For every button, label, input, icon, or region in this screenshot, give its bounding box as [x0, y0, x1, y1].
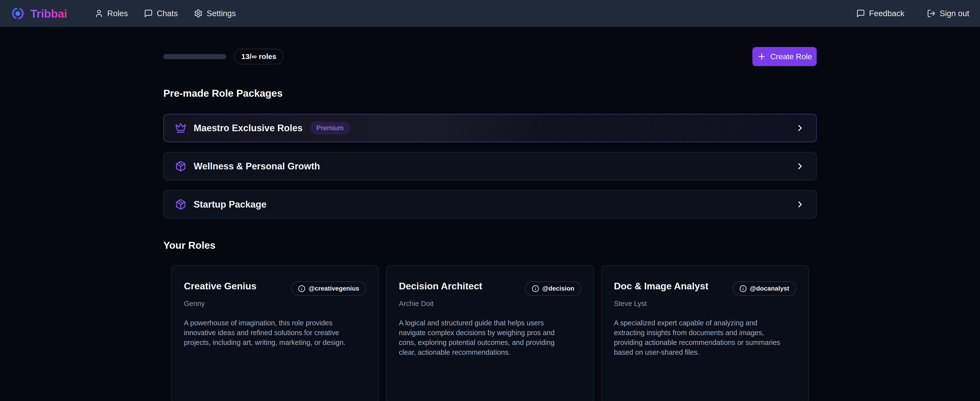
create-role-label: Create Role — [770, 52, 812, 61]
brand-name: Tribbai — [30, 7, 67, 20]
role-title: Doc & Image Analyst — [614, 281, 709, 292]
tribbai-logo-icon — [11, 6, 25, 21]
info-icon — [740, 285, 747, 292]
role-handle-badge[interactable]: @decision — [525, 281, 581, 296]
role-card-header: Doc & Image Analyst @docanalyst — [614, 281, 796, 296]
nav-label-chats: Chats — [157, 9, 178, 18]
logout-icon — [927, 9, 936, 18]
feedback-bubble-icon — [856, 9, 865, 18]
package-title: Startup Package — [194, 199, 267, 210]
package-card-startup[interactable]: Startup Package — [163, 190, 817, 219]
role-subtitle: Steve Lyst — [614, 300, 796, 308]
chevron-right-icon[interactable] — [795, 200, 805, 209]
role-subtitle: Genny — [184, 300, 366, 308]
nav-label-settings: Settings — [207, 9, 236, 18]
roles-grid: Creative Genius @creativegenius Genny A … — [163, 265, 817, 401]
role-title: Creative Genius — [184, 281, 256, 292]
role-handle-badge[interactable]: @creativegenius — [291, 281, 366, 296]
package-card-maestro[interactable]: Maestro Exclusive Roles Premium — [163, 114, 817, 142]
nav-item-chats[interactable]: Chats — [144, 9, 178, 18]
role-description: A logical and structured guide that help… — [399, 318, 570, 357]
gear-icon — [194, 9, 203, 18]
topbar-right: Feedback Sign out — [856, 9, 969, 18]
sign-out-button[interactable]: Sign out — [927, 9, 969, 18]
package-icon — [175, 161, 186, 172]
package-icon — [175, 199, 186, 210]
role-card-creative-genius[interactable]: Creative Genius @creativegenius Genny A … — [171, 265, 379, 401]
nav-item-roles[interactable]: Roles — [95, 9, 128, 18]
role-subtitle: Archie Doit — [399, 300, 581, 308]
packages-section-title: Pre-made Role Packages — [163, 88, 817, 99]
feedback-label: Feedback — [869, 9, 904, 18]
user-icon — [95, 9, 103, 18]
role-card-header: Decision Architect @decision — [399, 281, 581, 296]
your-roles-section-title: Your Roles — [163, 240, 817, 251]
main-nav: Roles Chats Settings — [95, 9, 236, 18]
info-icon — [298, 285, 305, 292]
package-card-wellness[interactable]: Wellness & Personal Growth — [163, 152, 817, 181]
roles-count-badge: 13/∞ roles — [234, 49, 284, 64]
roles-progress-bar — [163, 54, 226, 59]
role-handle: @decision — [542, 285, 574, 292]
nav-label-roles: Roles — [107, 9, 128, 18]
nav-item-settings[interactable]: Settings — [194, 9, 236, 18]
chevron-right-icon[interactable] — [795, 123, 805, 133]
roles-toolbar: 13/∞ roles Create Role — [163, 47, 817, 66]
package-list: Maestro Exclusive Roles Premium Wellness… — [163, 114, 817, 219]
role-card-header: Creative Genius @creativegenius — [184, 281, 366, 296]
main-content: 13/∞ roles Create Role Pre-made Role Pac… — [163, 47, 817, 401]
package-title: Maestro Exclusive Roles — [194, 123, 303, 133]
premium-badge: Premium — [310, 121, 350, 135]
info-icon — [532, 285, 539, 292]
topbar: Tribbai Roles Chats — [0, 0, 980, 27]
crown-icon — [175, 122, 186, 134]
role-handle: @docanalyst — [750, 285, 789, 292]
plus-icon — [757, 52, 766, 61]
role-card-decision-architect[interactable]: Decision Architect @decision Archie Doit… — [386, 265, 594, 401]
package-title: Wellness & Personal Growth — [194, 161, 320, 172]
sign-out-label: Sign out — [940, 9, 969, 18]
role-handle: @creativegenius — [309, 285, 359, 292]
role-description: A powerhouse of imagination, this role p… — [184, 318, 355, 347]
chevron-right-icon[interactable] — [795, 161, 805, 171]
brand[interactable]: Tribbai — [11, 6, 67, 21]
create-role-button[interactable]: Create Role — [752, 47, 817, 66]
chat-bubble-icon — [144, 9, 153, 18]
role-handle-badge[interactable]: @docanalyst — [733, 281, 796, 296]
role-title: Decision Architect — [399, 281, 482, 292]
feedback-button[interactable]: Feedback — [856, 9, 904, 18]
role-description: A specialized expert capable of analyzin… — [614, 318, 785, 357]
role-card-doc-image-analyst[interactable]: Doc & Image Analyst @docanalyst Steve Ly… — [601, 265, 809, 401]
